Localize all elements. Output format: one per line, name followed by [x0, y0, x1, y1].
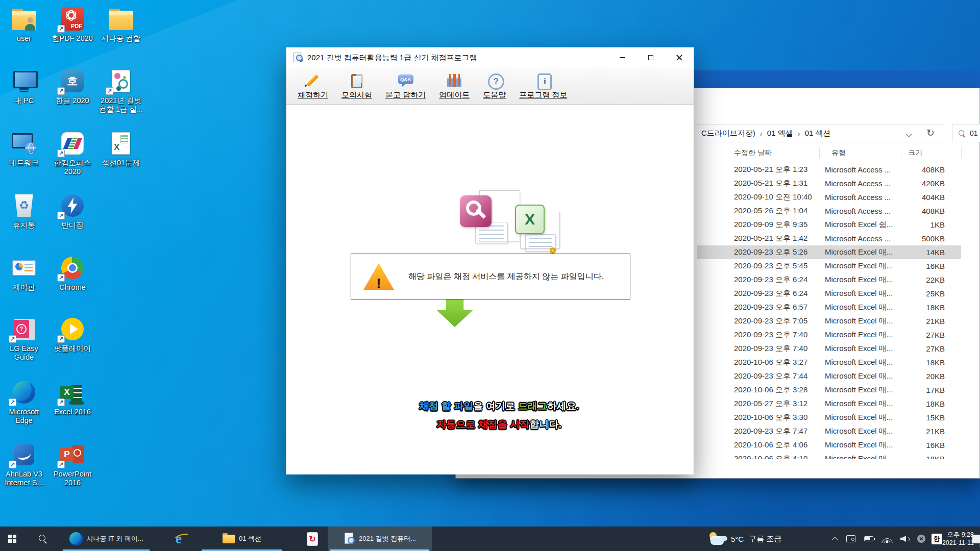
desktop-icon-sinagong-folder[interactable]: 시나공 컴활 [98, 6, 144, 43]
shortcut-arrow-icon [57, 25, 65, 33]
folder-icon [223, 535, 235, 543]
grade-button[interactable]: 채점하기 [295, 71, 331, 101]
breadcrumb-item[interactable]: 01 섹션 [803, 128, 833, 139]
file-row[interactable]: 2020-09-23 오후 5:26 Microsoft Excel 매... … [697, 245, 961, 259]
file-row[interactable]: 2020-05-27 오후 3:12 Microsoft Excel 매... … [697, 397, 961, 411]
file-row[interactable]: 2020-09-10 오전 10:40 Microsoft Access ...… [697, 190, 961, 204]
minimize-button[interactable] [608, 47, 636, 68]
taskbar-folder-button[interactable]: 01 섹션 [199, 527, 285, 551]
desktop-icon-ahnlab[interactable]: AhnLab V3 Internet S... [1, 442, 47, 487]
desktop-icon-hangul2020[interactable]: 호 한글 2020 [50, 68, 95, 105]
file-date: 2020-09-23 오후 6:57 [734, 303, 825, 312]
tray-clock[interactable]: 오후 9:28 2021-11-11 [943, 527, 975, 551]
desktop-icon-user[interactable]: user [1, 6, 47, 43]
desktop-icon-potplayer[interactable]: 팟플레이어 [50, 316, 95, 353]
desktop-icon-powerpoint[interactable]: P PowerPoint 2016 [50, 442, 95, 487]
desktop-icon-control-panel[interactable]: 제어판 [1, 255, 47, 292]
file-row[interactable]: 2020-05-26 오후 1:04 Microsoft Access ... … [697, 204, 961, 218]
search-box[interactable]: 01 [952, 124, 980, 142]
file-row[interactable]: 2020-10-06 오후 3:30 Microsoft Excel 매... … [697, 411, 961, 424]
address-bar[interactable]: C드라이브저장) 01 엑셀 01 섹션 [695, 124, 943, 142]
desktop-icon-hancom-office[interactable]: 한컴오피스 2020 [50, 131, 95, 176]
program-info-button[interactable]: 프로그램 정보 [516, 71, 570, 101]
breadcrumb-item[interactable]: 01 엑셀 [765, 128, 795, 139]
file-row[interactable]: 2020-09-23 오후 7:44 Microsoft Excel 매... … [697, 369, 961, 383]
desktop-icon-section01-file[interactable]: 섹션01문제 [98, 131, 144, 167]
taskbar-grader-button[interactable]: 2021 길벗 컴퓨터... [328, 527, 432, 551]
file-type: Microsoft Access ... [825, 179, 905, 188]
column-header-date[interactable]: 수정한 날짜 [734, 148, 772, 158]
folder-icon [107, 6, 135, 32]
ahnlab-icon [10, 442, 38, 467]
file-row[interactable]: 2020-09-23 오후 7:40 Microsoft Excel 매... … [697, 328, 961, 342]
tray-network-button[interactable] [879, 527, 895, 551]
close-button[interactable] [665, 47, 694, 68]
warning-box: 해당 파일은 채점 서비스를 제공하지 않는 파일입니다. [351, 254, 630, 299]
file-type: Microsoft Excel 매... [825, 247, 905, 257]
hancom-office-icon [59, 131, 86, 156]
file-row[interactable]: 2020-09-23 오후 6:57 Microsoft Excel 매... … [697, 300, 961, 314]
file-row[interactable]: 2020-09-09 오후 9:35 Microsoft Excel 쉼... … [697, 218, 961, 232]
grader-window: 2021 길벗 컴퓨터활용능력 1급 실기 채점프로그램 채점하기 모의시험 Q… [286, 47, 694, 474]
recycle-bin-icon [10, 193, 38, 218]
warning-triangle-icon [363, 263, 394, 290]
file-date: 2020-10-06 오후 3:28 [734, 385, 825, 395]
titlebar[interactable]: 2021 길벗 컴퓨터활용능력 1급 실기 채점프로그램 [286, 47, 694, 68]
taskbar-sync-button[interactable] [300, 527, 325, 551]
desktop-icon-excel2016[interactable]: X Excel 2016 [50, 380, 95, 416]
file-row[interactable]: 2020-10-06 오후 3:28 Microsoft Excel 매... … [697, 383, 961, 397]
file-type: Microsoft Excel 매... [825, 440, 905, 450]
desktop-icon-my-pc[interactable]: 내 PC [1, 68, 47, 105]
tray-battery-button[interactable] [861, 527, 877, 551]
desktop-icon-chrome[interactable]: Chrome [50, 255, 95, 292]
file-row[interactable]: 2020-09-23 오후 5:45 Microsoft Excel 매... … [697, 259, 961, 273]
start-button[interactable] [0, 527, 24, 551]
file-row[interactable]: 2020-09-23 오후 6:24 Microsoft Excel 매... … [697, 287, 961, 300]
qna-button[interactable]: Q&A 묻고 답하기 [382, 71, 429, 101]
file-row[interactable]: 2020-10-06 오후 3:27 Microsoft Excel 매... … [697, 356, 961, 369]
mock-exam-button[interactable]: 모의시험 [338, 71, 375, 101]
help-button[interactable]: 도움말 [480, 71, 509, 101]
taskbar-edge-button[interactable]: 시나공 IT 외 페이... [60, 527, 152, 551]
file-size: 21KB [905, 427, 945, 436]
drop-zone[interactable]: X 해당 파일은 채점 서비스를 제공하지 않는 파일입니다. 채점 할 파일을… [286, 105, 694, 474]
file-date: 2020-10-06 오후 4:10 [734, 454, 825, 459]
file-row[interactable]: 2020-10-06 오후 4:10 Microsoft Excel 매... … [697, 452, 961, 459]
file-date: 2020-09-23 오후 6:24 [734, 289, 825, 298]
column-header-type[interactable]: 유형 [831, 148, 846, 158]
desktop-icon-lg-easy-guide[interactable]: LG Easy Guide [1, 316, 47, 362]
file-row[interactable]: 2020-09-23 오후 7:05 Microsoft Excel 매... … [697, 314, 961, 328]
update-button[interactable]: 업데이트 [436, 71, 473, 101]
refresh-icon[interactable] [926, 127, 935, 139]
file-row[interactable]: 2020-10-06 오후 4:06 Microsoft Excel 매... … [697, 438, 961, 452]
tray-expand-button[interactable] [828, 527, 841, 551]
tray-tablet-button[interactable] [843, 527, 859, 551]
file-row[interactable]: 2020-09-23 오후 6:24 Microsoft Excel 매... … [697, 273, 961, 287]
taskbar-weather[interactable]: 5°C 구름 조금 [706, 527, 815, 551]
file-size: 25KB [905, 289, 945, 298]
file-row[interactable]: 2020-05-21 오후 1:23 Microsoft Access ... … [697, 163, 961, 177]
file-row[interactable]: 2020-09-23 오후 7:47 Microsoft Excel 매... … [697, 424, 961, 438]
tray-volume-button[interactable] [896, 527, 914, 551]
breadcrumb-item[interactable]: C드라이브저장) [699, 128, 757, 139]
desktop-icon-gilbut-exam[interactable]: 2021년 길벗 컴활 1급 실... [98, 68, 144, 114]
potplayer-icon [59, 316, 86, 342]
file-date: 2020-05-21 오후 1:42 [734, 234, 825, 243]
desktop-icon-hanpdf[interactable]: PDF 한PDF 2020 [50, 6, 95, 43]
chevron-down-icon[interactable] [905, 131, 912, 137]
file-row[interactable]: 2020-09-23 오후 7:40 Microsoft Excel 매... … [697, 342, 961, 356]
column-header-size[interactable]: 크기 [908, 148, 922, 158]
maximize-button[interactable] [636, 47, 665, 68]
tray-status-button[interactable] [914, 527, 929, 551]
desktop-icon-bandizip[interactable]: 반디집 [50, 193, 95, 230]
taskbar-search-button[interactable] [32, 527, 54, 551]
taskbar-ie-button[interactable]: e [166, 527, 191, 551]
edge-icon [69, 532, 83, 545]
file-row[interactable]: 2020-05-21 오후 1:42 Microsoft Access ... … [697, 232, 961, 245]
desktop-icon-network[interactable]: 네트워크 [1, 131, 47, 167]
desktop-icon-edge[interactable]: Microsoft Edge [1, 380, 47, 425]
desktop-icon-recycle-bin[interactable]: 휴지통 [1, 193, 47, 230]
file-row[interactable]: 2020-05-21 오후 1:31 Microsoft Access ... … [697, 177, 961, 190]
notification-center-button[interactable]: 3 [971, 527, 980, 551]
shortcut-arrow-icon [57, 335, 65, 343]
